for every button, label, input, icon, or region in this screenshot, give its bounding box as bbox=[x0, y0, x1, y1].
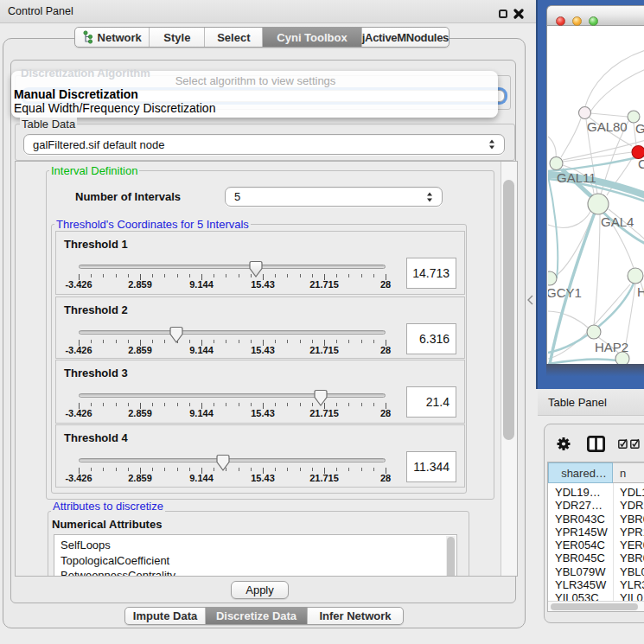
svg-text:GA: GA bbox=[635, 121, 644, 136]
svg-text:HAP2: HAP2 bbox=[595, 340, 628, 354]
svg-text:GAL11: GAL11 bbox=[557, 170, 596, 185]
svg-text:C: C bbox=[638, 156, 644, 171]
svg-text:GAL4: GAL4 bbox=[601, 214, 634, 229]
svg-text:GAL80: GAL80 bbox=[587, 119, 628, 134]
svg-text:GCY1: GCY1 bbox=[548, 285, 582, 300]
svg-text:H: H bbox=[637, 284, 644, 299]
